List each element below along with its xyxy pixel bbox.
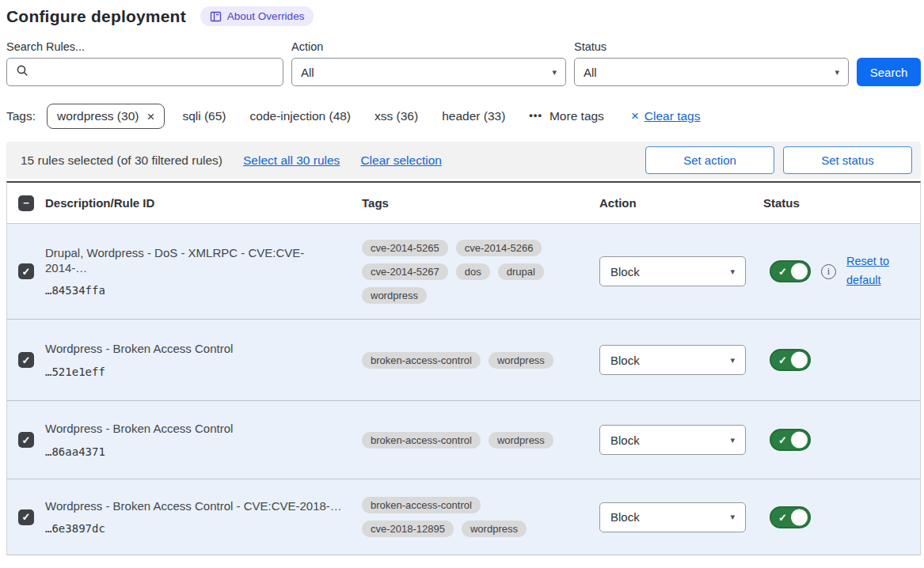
check-icon: ✓: [778, 354, 787, 366]
rule-tags-cell: broken-access-control wordpress: [362, 429, 560, 452]
rule-description-cell: Wordpress - Broken Access Control …86aa4…: [45, 422, 362, 458]
table-row: ✓ Drupal, Wordpress - DoS - XMLRPC - CVE…: [7, 224, 920, 320]
table-row: ✓ Wordpress - Broken Access Control …86a…: [7, 401, 920, 479]
column-status: Status: [763, 196, 920, 210]
rule-id: …86aa4371: [45, 445, 344, 458]
set-action-button[interactable]: Set action: [645, 146, 774, 174]
action-filter-value: All: [301, 66, 314, 79]
selection-bar: 15 rules selected (of 30 filtered rules)…: [6, 142, 921, 179]
chevron-down-icon: ▾: [730, 435, 735, 445]
rule-description: Wordpress - Broken Access Control: [45, 422, 344, 437]
rule-tag: wordpress: [489, 352, 553, 369]
action-select[interactable]: Block ▾: [599, 345, 746, 375]
search-button[interactable]: Search: [857, 58, 921, 86]
toggle-knob: [791, 263, 808, 280]
select-all-link[interactable]: Select all 30 rules: [243, 153, 340, 168]
search-icon: [16, 64, 29, 80]
rule-tag: cve-2014-5267: [362, 263, 448, 280]
search-rules-label: Search Rules...: [6, 40, 283, 53]
action-select[interactable]: Block ▾: [599, 425, 746, 455]
tags-bar: Tags: wordpress (30) × sqli (65) code-in…: [6, 104, 921, 129]
clear-tags-label: Clear tags: [645, 109, 701, 123]
select-all-checkbox[interactable]: −: [18, 195, 34, 211]
column-description: Description/Rule ID: [45, 196, 362, 210]
tags-label: Tags:: [6, 109, 36, 123]
rule-action-cell: Block ▾: [599, 502, 763, 532]
chevron-down-icon: ▾: [730, 512, 735, 522]
chevron-down-icon: ▾: [835, 67, 839, 78]
rule-tag: cve-2018-12895: [362, 521, 454, 537]
rule-tag: broken-access-control: [362, 352, 481, 369]
tag-option-code-injection[interactable]: code-injection (48): [250, 109, 352, 123]
rule-tag: wordpress: [462, 521, 527, 537]
book-icon: [210, 11, 222, 22]
row-checkbox[interactable]: ✓: [18, 352, 34, 368]
page-header: Configure deployment About Overrides: [6, 6, 921, 26]
rule-tag: cve-2014-5265: [362, 240, 448, 256]
status-filter-label: Status: [574, 40, 849, 53]
rule-tag: wordpress: [489, 432, 553, 449]
status-toggle[interactable]: ✓: [770, 260, 811, 282]
set-status-button[interactable]: Set status: [783, 146, 912, 174]
rule-tags-cell: broken-access-control wordpress: [362, 349, 560, 372]
close-icon: ×: [631, 108, 639, 124]
search-rules-input[interactable]: [36, 66, 274, 79]
info-icon[interactable]: i: [821, 264, 836, 279]
selected-tag-wordpress[interactable]: wordpress (30) ×: [47, 104, 165, 129]
rule-action-cell: Block ▾: [599, 345, 763, 375]
action-select-value: Block: [610, 265, 640, 278]
check-icon: ✓: [778, 434, 787, 446]
search-rules-field: [6, 58, 283, 86]
rule-status-cell: ✓: [763, 429, 920, 451]
close-icon[interactable]: ×: [146, 110, 154, 123]
configure-deployment-page: Configure deployment About Overrides Sea…: [0, 0, 924, 555]
rule-description: Wordpress - Broken Access Control: [45, 342, 344, 357]
check-icon: ✓: [778, 266, 787, 278]
tag-option-header[interactable]: header (33): [442, 109, 505, 123]
check-icon: ✓: [778, 511, 787, 523]
rule-tag: broken-access-control: [362, 497, 481, 513]
tag-option-xss[interactable]: xss (36): [375, 109, 418, 123]
rule-description-cell: Drupal, Wordpress - DoS - XMLRPC - CVE:C…: [45, 246, 362, 297]
more-tags-label: More tags: [549, 109, 604, 123]
bulk-action-buttons: Set action Set status: [645, 146, 912, 174]
rule-tag: wordpress: [362, 287, 427, 304]
action-select[interactable]: Block ▾: [599, 256, 746, 286]
rule-id: …84534ffa: [45, 284, 344, 297]
status-toggle[interactable]: ✓: [770, 429, 811, 451]
action-select[interactable]: Block ▾: [599, 502, 746, 532]
rule-tags-cell: cve-2014-5265 cve-2014-5266 cve-2014-526…: [362, 237, 560, 307]
about-overrides-badge[interactable]: About Overrides: [200, 6, 314, 26]
reset-to-default-link[interactable]: Reset to default: [846, 252, 899, 290]
rule-tag: cve-2014-5266: [456, 240, 542, 256]
column-tags: Tags: [362, 196, 599, 210]
more-tags-button[interactable]: ••• More tags: [529, 109, 604, 123]
selection-summary: 15 rules selected (of 30 filtered rules): [21, 153, 222, 168]
rule-id: …6e3897dc: [45, 522, 344, 535]
about-overrides-label: About Overrides: [227, 10, 305, 22]
table-header-row: − Description/Rule ID Tags Action Status: [7, 183, 920, 224]
status-toggle[interactable]: ✓: [770, 506, 811, 528]
rules-table: − Description/Rule ID Tags Action Status…: [6, 181, 921, 555]
row-checkbox[interactable]: ✓: [18, 432, 34, 448]
rule-tag: broken-access-control: [362, 432, 481, 449]
rule-action-cell: Block ▾: [599, 425, 763, 455]
toggle-knob: [791, 352, 808, 369]
status-filter-select[interactable]: All ▾: [574, 58, 849, 86]
action-select-value: Block: [610, 434, 640, 447]
action-filter-select[interactable]: All ▾: [291, 58, 566, 86]
selected-tag-label: wordpress (30): [57, 109, 139, 123]
search-rules-group: Search Rules...: [6, 40, 283, 86]
status-toggle[interactable]: ✓: [770, 349, 811, 371]
status-filter-value: All: [584, 66, 597, 79]
row-checkbox[interactable]: ✓: [18, 263, 34, 279]
clear-selection-link[interactable]: Clear selection: [360, 153, 442, 168]
clear-tags-link[interactable]: × Clear tags: [631, 108, 701, 124]
tag-option-sqli[interactable]: sqli (65): [182, 109, 226, 123]
row-checkbox[interactable]: ✓: [18, 509, 34, 525]
filters-bar: Search Rules... Action All ▾ Status: [6, 40, 921, 86]
chevron-down-icon: ▾: [730, 267, 735, 277]
action-select-value: Block: [610, 510, 640, 524]
action-filter-group: Action All ▾: [291, 40, 566, 86]
rule-status-cell: ✓: [763, 349, 920, 371]
